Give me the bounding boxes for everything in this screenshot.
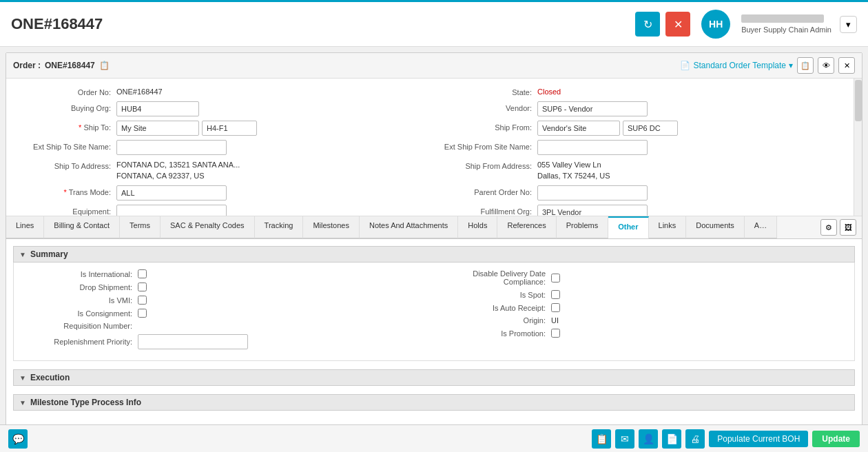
footer-doc-button[interactable]: 📄	[662, 429, 681, 442]
tab-icons: ⚙ 🖼	[815, 216, 862, 238]
summary-right-fields: Disable Delivery Date Compliance: Is Spo…	[441, 269, 840, 353]
equipment-label: Equipment:	[20, 205, 116, 216]
tab-billing[interactable]: Billing & Contact	[44, 216, 120, 238]
state-label: State:	[441, 85, 537, 97]
summary-title: Summary	[30, 249, 68, 259]
tab-other[interactable]: Other	[608, 216, 648, 239]
footer-copy-button[interactable]: 📋	[592, 429, 611, 442]
ship-to-address-label: Ship To Address:	[20, 159, 116, 171]
main-content: Order : ONE#168447 📋 📄 Standard Order Te…	[6, 52, 862, 435]
parent-order-row: Parent Order No:	[441, 185, 848, 201]
trans-mode-label: Trans Mode:	[20, 185, 116, 197]
execution-header[interactable]: ▼ Execution	[13, 369, 855, 386]
bottom-footer: 💬 📋 ✉ 👤 📄 🖨 Populate Current BOH Update	[0, 424, 868, 441]
tab-tracking[interactable]: Tracking	[255, 216, 304, 238]
requisition-number-row: Requisition Number:	[28, 322, 427, 330]
requisition-number-label: Requisition Number:	[28, 322, 138, 330]
fulfillment-row: Fulfillment Org:	[441, 205, 848, 216]
footer-user-button[interactable]: 👤	[639, 429, 658, 442]
close-icon-button[interactable]: ✕	[838, 57, 855, 74]
eye-icon-button[interactable]: 👁	[818, 57, 834, 74]
is-consignment-row: Is Consignment:	[28, 309, 427, 318]
state-row: State: Closed	[441, 85, 848, 97]
parent-order-label: Parent Order No:	[441, 185, 537, 197]
order-header-bar: Order : ONE#168447 📋 📄 Standard Order Te…	[6, 53, 862, 79]
tab-links[interactable]: Links	[649, 216, 687, 238]
is-vmi-checkbox[interactable]	[138, 296, 147, 305]
copy-order-icon[interactable]: 📋	[99, 61, 110, 70]
milestone-triangle: ▼	[19, 399, 26, 407]
ship-to-input2[interactable]	[202, 121, 257, 136]
ext-ship-from-input[interactable]	[537, 140, 648, 155]
user-menu-button[interactable]: ▾	[840, 16, 857, 33]
summary-grid: Is International: Drop Shipment: Is VMI:	[28, 269, 840, 353]
ship-to-input1[interactable]	[116, 121, 199, 136]
is-international-checkbox[interactable]	[138, 269, 147, 278]
buying-org-input[interactable]	[116, 101, 199, 116]
page-title: ONE#168447	[11, 15, 635, 33]
disable-delivery-checkbox[interactable]	[551, 274, 560, 282]
tab-problems[interactable]: Problems	[557, 216, 608, 238]
summary-header[interactable]: ▼ Summary	[13, 246, 855, 263]
tab-references[interactable]: References	[497, 216, 556, 238]
ship-from-address-value: 055 Valley View Ln Dallas, TX 75244, US	[537, 159, 610, 181]
equipment-input[interactable]	[116, 205, 227, 216]
trans-mode-input[interactable]	[116, 185, 227, 201]
user-role: Buyer Supply Chain Admin	[741, 25, 831, 34]
parent-order-input[interactable]	[537, 185, 648, 201]
ship-from-address-label: Ship From Address:	[441, 159, 537, 171]
is-spot-row: Is Spot:	[441, 290, 840, 299]
populate-boh-button[interactable]: Populate Current BOH	[709, 431, 808, 442]
ship-from-input1[interactable]	[537, 121, 620, 136]
ext-ship-site-input[interactable]	[116, 140, 227, 155]
replenishment-priority-label: Replenishment Priority:	[28, 338, 138, 346]
ext-ship-site-row: Ext Ship To Site Name:	[20, 140, 427, 155]
order-no-label: Order No:	[20, 85, 116, 97]
tab-adv[interactable]: A…	[745, 216, 777, 238]
update-button[interactable]: Update	[812, 431, 860, 442]
footer-left: 💬	[8, 429, 28, 442]
is-auto-receipt-checkbox[interactable]	[551, 303, 560, 312]
is-consignment-checkbox[interactable]	[138, 309, 147, 318]
tab-image-icon[interactable]: 🖼	[840, 219, 856, 236]
origin-row: Origin: UI	[441, 316, 840, 325]
ship-from-address-row: Ship From Address: 055 Valley View Ln Da…	[441, 159, 848, 181]
fulfillment-input[interactable]	[537, 205, 648, 216]
vendor-input[interactable]	[537, 101, 648, 116]
buying-org-row: Buying Org:	[20, 101, 427, 116]
close-button[interactable]: ✕	[665, 12, 690, 37]
drop-shipment-checkbox[interactable]	[138, 282, 147, 291]
footer-print-button[interactable]: 🖨	[685, 429, 705, 442]
execution-triangle: ▼	[19, 374, 26, 382]
tab-milestones[interactable]: Milestones	[303, 216, 360, 238]
order-no-value: ONE#168447	[116, 85, 163, 96]
refresh-button[interactable]: ↻	[635, 12, 660, 37]
footer-email-button[interactable]: ✉	[615, 429, 634, 442]
is-promotion-checkbox[interactable]	[551, 329, 560, 338]
form-area: Order No: ONE#168447 Buying Org: Ship To…	[6, 79, 862, 216]
order-header-right: 📄 Standard Order Template ▾ 📋 👁 ✕	[680, 57, 855, 74]
tab-documents[interactable]: Documents	[686, 216, 745, 238]
ship-from-row: Ship From:	[441, 121, 848, 136]
ship-from-input2[interactable]	[623, 121, 678, 136]
ship-to-inputs	[116, 121, 257, 136]
milestone-header[interactable]: ▼ Milestone Type Process Info	[13, 394, 855, 411]
state-value: Closed	[537, 85, 561, 96]
template-button[interactable]: 📄 Standard Order Template ▾	[680, 61, 793, 70]
tab-settings-icon[interactable]: ⚙	[820, 219, 837, 236]
tab-holds[interactable]: Holds	[458, 216, 497, 238]
tabs-bar: Lines Billing & Contact Terms SAC & Pena…	[6, 216, 862, 239]
vendor-label: Vendor:	[441, 101, 537, 113]
is-spot-label: Is Spot:	[441, 291, 551, 299]
copy-icon-button[interactable]: 📋	[797, 57, 814, 74]
fulfillment-label: Fulfillment Org:	[441, 205, 537, 216]
order-no-row: Order No: ONE#168447	[20, 85, 427, 97]
tab-lines[interactable]: Lines	[6, 216, 44, 238]
form-scrollbar[interactable]	[854, 79, 862, 216]
tab-terms[interactable]: Terms	[120, 216, 161, 238]
replenishment-priority-input[interactable]	[138, 334, 248, 349]
chat-button[interactable]: 💬	[8, 429, 28, 442]
is-spot-checkbox[interactable]	[551, 290, 560, 299]
tab-sac[interactable]: SAC & Penalty Codes	[161, 216, 255, 238]
tab-notes[interactable]: Notes And Attachments	[360, 216, 458, 238]
